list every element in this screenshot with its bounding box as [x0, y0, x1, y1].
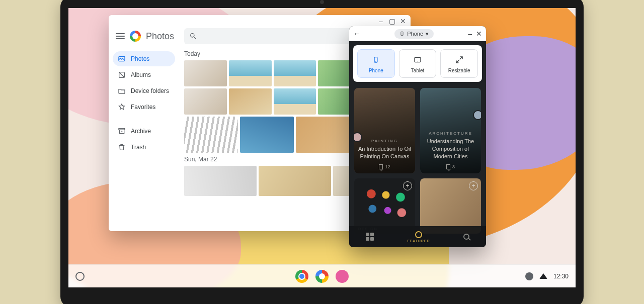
- sidebar-item-label: Albums: [131, 71, 151, 78]
- sidebar-item-label: Archive: [131, 128, 151, 135]
- photo-thumbnail[interactable]: [184, 117, 238, 153]
- clock: 12:30: [553, 273, 569, 280]
- app-bottom-nav: FEATURED: [349, 226, 486, 247]
- circle-icon: [415, 231, 422, 238]
- app-icon[interactable]: [336, 270, 349, 283]
- nav-label: FEATURED: [407, 239, 430, 243]
- photo-thumbnail[interactable]: [184, 88, 227, 115]
- star-icon: [118, 103, 126, 111]
- card-count: 8: [452, 164, 455, 169]
- wifi-icon: [539, 273, 547, 279]
- avatar: [473, 110, 481, 120]
- sidebar-item-archive[interactable]: Archive: [113, 124, 175, 139]
- window-titlebar: – ▢ ✕: [109, 15, 411, 27]
- content-card[interactable]: PAINTING An Introduction To Oil Painting…: [354, 88, 415, 173]
- trash-icon: [118, 143, 126, 151]
- photo-thumbnail[interactable]: [184, 166, 257, 196]
- device-type-panel: Phone Tablet Resizable: [353, 45, 482, 82]
- sidebar-item-device-folders[interactable]: Device folders: [113, 83, 175, 98]
- device-selector-pill[interactable]: Phone ▾: [394, 29, 434, 39]
- photo-thumbnail[interactable]: [274, 60, 316, 86]
- photos-app-icon[interactable]: [315, 270, 329, 283]
- sidebar-item-favorites[interactable]: Favorites: [113, 99, 175, 115]
- search-icon: [189, 32, 197, 40]
- app-title: Photos: [146, 31, 174, 42]
- screen: – ▢ ✕ Photos Photos: [68, 8, 576, 287]
- photo-thumbnail[interactable]: [184, 60, 227, 86]
- content-card[interactable]: ARCHITECTURE Understanding The Compositi…: [420, 88, 481, 173]
- resize-icon: [455, 55, 464, 64]
- search-icon: [463, 234, 469, 240]
- grid-icon: [366, 233, 374, 241]
- folder-icon: [118, 87, 126, 95]
- albums-icon: [118, 71, 126, 79]
- sidebar-item-label: Favorites: [131, 104, 155, 111]
- sidebar-item-trash[interactable]: Trash: [113, 140, 175, 155]
- archive-icon: [118, 127, 126, 135]
- add-icon[interactable]: +: [469, 181, 478, 190]
- minimize-button[interactable]: –: [377, 18, 384, 25]
- card-meta: 8: [423, 164, 478, 169]
- device-option-tablet[interactable]: Tablet: [399, 49, 437, 78]
- chrome-app-icon[interactable]: [295, 270, 308, 283]
- card-meta: 12: [357, 164, 412, 169]
- minimize-button[interactable]: –: [468, 30, 472, 38]
- photo-thumbnail[interactable]: [296, 117, 350, 153]
- laptop-frame: – ▢ ✕ Photos Photos: [60, 0, 584, 304]
- bookmark-icon: [446, 164, 450, 169]
- device-option-label: Resizable: [448, 68, 470, 73]
- photo-thumbnail[interactable]: [229, 88, 272, 115]
- tablet-icon: [413, 56, 423, 64]
- device-option-resizable[interactable]: Resizable: [440, 49, 478, 78]
- nav-search[interactable]: [463, 234, 469, 240]
- camera-dot: [320, 0, 324, 4]
- photos-logo-icon: [130, 31, 141, 42]
- device-option-label: Tablet: [411, 68, 425, 73]
- status-icon: [525, 272, 533, 280]
- photo-thumbnail[interactable]: [274, 88, 316, 115]
- close-button[interactable]: ✕: [476, 30, 482, 38]
- content-tile[interactable]: + DESIGN: [354, 178, 415, 234]
- phone-icon: [372, 55, 379, 65]
- nav-browse[interactable]: [366, 233, 374, 241]
- card-count: 12: [385, 164, 390, 169]
- menu-icon[interactable]: [116, 33, 125, 39]
- card-title: An Introduction To Oil Painting On Canva…: [357, 145, 412, 160]
- taskbar: 12:30: [68, 264, 576, 287]
- sidebar-item-label: Photos: [131, 55, 149, 62]
- svg-rect-2: [119, 129, 125, 130]
- device-option-phone[interactable]: Phone: [357, 49, 395, 78]
- add-icon[interactable]: +: [403, 181, 412, 190]
- content-tile[interactable]: +: [420, 178, 481, 234]
- photo-icon: [118, 55, 126, 63]
- sidebar-item-albums[interactable]: Albums: [113, 67, 175, 82]
- device-selector-label: Phone: [407, 31, 423, 37]
- maximize-button[interactable]: ▢: [388, 18, 395, 25]
- back-button[interactable]: ←: [353, 30, 360, 38]
- sidebar-item-label: Trash: [131, 144, 146, 151]
- status-tray[interactable]: 12:30: [525, 272, 569, 280]
- sidebar-item-photos[interactable]: Photos: [113, 51, 175, 66]
- app-content: PAINTING An Introduction To Oil Painting…: [349, 86, 486, 247]
- chevron-down-icon: ▾: [426, 31, 429, 37]
- card-category: ARCHITECTURE: [423, 131, 478, 136]
- launcher-button[interactable]: [75, 272, 85, 281]
- photo-thumbnail[interactable]: [240, 117, 294, 153]
- android-app-window: ← Phone ▾ – ✕ Phone: [349, 26, 486, 247]
- card-category: PAINTING: [357, 139, 412, 143]
- card-title: Understanding The Composition of Modern …: [423, 138, 478, 160]
- bookmark-icon: [379, 164, 383, 169]
- svg-rect-3: [401, 32, 403, 36]
- sidebar: Photos Albums Device folders Favorites: [109, 48, 179, 231]
- photo-thumbnail[interactable]: [229, 60, 272, 86]
- device-option-label: Phone: [369, 68, 383, 73]
- sidebar-item-label: Device folders: [131, 87, 169, 94]
- close-button[interactable]: ✕: [399, 18, 407, 25]
- phone-icon: [399, 31, 405, 36]
- android-window-toolbar: ← Phone ▾ – ✕: [349, 26, 486, 41]
- photo-thumbnail[interactable]: [259, 166, 331, 196]
- nav-featured[interactable]: FEATURED: [407, 231, 430, 243]
